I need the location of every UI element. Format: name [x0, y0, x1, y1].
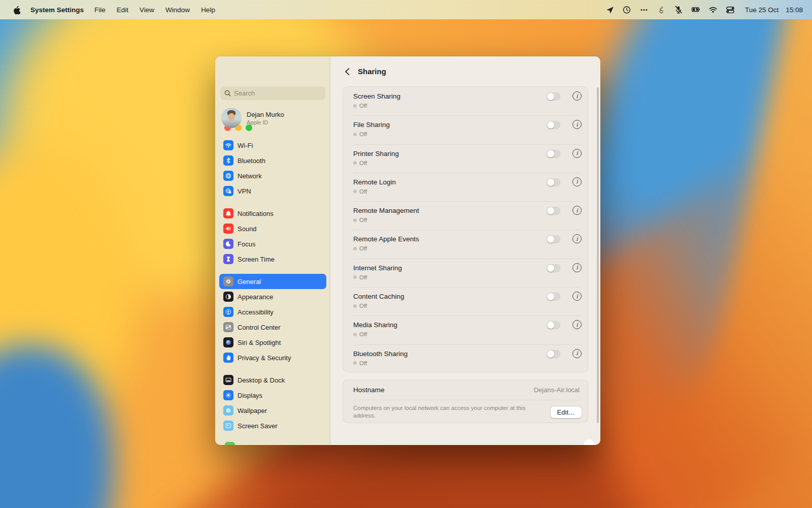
menu-view[interactable]: View	[134, 6, 160, 14]
wifi-status-icon[interactable]	[704, 4, 722, 16]
profile-row[interactable]: Dejan Murko Apple ID	[221, 108, 284, 128]
sidebar-item-siri-spotlight[interactable]: Siri & Spotlight	[219, 335, 326, 350]
menubar-app-name[interactable]: System Settings	[25, 6, 89, 14]
more-status-icon[interactable]	[635, 4, 653, 16]
service-label: Content Caching	[353, 293, 578, 300]
desktop-icon	[223, 375, 233, 385]
scrollbar[interactable]	[597, 87, 599, 423]
apple-menu-icon[interactable]	[7, 5, 25, 15]
sharing-row-media-sharing: Media SharingOffi	[343, 315, 588, 344]
siri-icon	[223, 337, 233, 347]
service-status: Off	[353, 160, 578, 166]
screensaver-icon	[223, 421, 233, 431]
sidebar-item-sound[interactable]: Sound	[219, 221, 326, 236]
speaker-icon	[223, 224, 233, 234]
status-text: Off	[359, 131, 367, 137]
info-button[interactable]: i	[572, 292, 582, 301]
info-button[interactable]: i	[572, 91, 582, 101]
menubar-date[interactable]: Tue 25 Oct	[745, 6, 779, 14]
service-toggle[interactable]	[547, 264, 560, 272]
sidebar-item-vpn[interactable]: VPN	[219, 183, 326, 199]
menu-file[interactable]: File	[89, 6, 111, 14]
battery-sidebar-icon-peek	[225, 442, 235, 445]
sidebar-nav: Wi-FiBluetoothNetworkVPNNotificationsSou…	[219, 138, 326, 440]
service-toggle[interactable]	[547, 150, 560, 158]
back-button[interactable]	[341, 65, 354, 78]
edit-hostname-button[interactable]: Edit…	[551, 406, 582, 418]
service-toggle[interactable]	[547, 121, 560, 129]
hand-icon	[223, 353, 233, 363]
sidebar-group: Desktop & DockDisplaysWallpaperScreen Sa…	[219, 372, 326, 433]
bluetooth-icon	[223, 155, 233, 166]
search-field[interactable]: Search	[220, 86, 325, 100]
info-button[interactable]: i	[572, 263, 582, 272]
info-button[interactable]: i	[572, 206, 582, 215]
sidebar-item-desktop-dock[interactable]: Desktop & Dock	[219, 372, 326, 388]
sidebar-item-appearance[interactable]: Appearance	[219, 289, 326, 304]
control-center-icon	[223, 322, 233, 332]
service-toggle[interactable]	[547, 350, 560, 358]
info-button[interactable]: i	[572, 149, 582, 158]
service-label: Bluetooth Sharing	[353, 350, 578, 358]
sidebar-item-label: Control Center	[238, 324, 281, 331]
sidebar-item-control-center[interactable]: Control Center	[219, 320, 326, 335]
sidebar-item-wallpaper[interactable]: Wallpaper	[219, 403, 326, 418]
control-center-icon[interactable]	[722, 4, 739, 16]
menubar-clock[interactable]: 15:08	[786, 6, 803, 14]
service-toggle[interactable]	[547, 321, 560, 329]
service-toggle[interactable]	[547, 235, 560, 243]
menu-help[interactable]: Help	[195, 6, 221, 14]
wifi-icon	[223, 140, 233, 150]
status-dot-icon	[353, 275, 357, 279]
sidebar-item-label: Wallpaper	[238, 407, 267, 415]
mic-muted-icon[interactable]	[670, 4, 687, 16]
status-text: Off	[359, 303, 367, 309]
hourglass-icon	[223, 254, 233, 264]
info-button[interactable]: i	[572, 349, 582, 358]
sharing-row-remote-login: Remote LoginOffi	[343, 173, 588, 201]
info-button[interactable]: i	[572, 320, 582, 329]
info-button[interactable]: i	[572, 234, 582, 243]
sidebar-item-network[interactable]: Network	[219, 168, 326, 183]
status-text: Off	[359, 274, 367, 280]
sharing-row-bluetooth-sharing: Bluetooth SharingOffi	[343, 344, 588, 372]
battery-charging-icon[interactable]	[687, 4, 704, 16]
sidebar-item-displays[interactable]: Displays	[219, 388, 326, 403]
toggle-knob	[547, 351, 554, 358]
sharing-row-printer-sharing: Printer SharingOffi	[343, 144, 588, 173]
system-settings-window: Search Dejan Murko Apple ID Wi-FiBluetoo…	[215, 56, 600, 445]
service-toggle[interactable]	[547, 293, 560, 301]
hostname-card: Hostname Dejans-Air.local Computers on y…	[343, 379, 588, 423]
sidebar-item-focus[interactable]: Focus	[219, 236, 326, 251]
sidebar-item-privacy-security[interactable]: Privacy & Security	[219, 350, 326, 365]
vpn-icon	[223, 186, 233, 196]
sidebar-item-bluetooth[interactable]: Bluetooth	[219, 153, 326, 168]
info-button[interactable]: i	[572, 177, 582, 186]
sidebar-item-accessibility[interactable]: Accessibility	[219, 304, 326, 320]
status-dot-icon	[353, 189, 357, 193]
sidebar-group: Wi-FiBluetoothNetworkVPN	[219, 138, 326, 199]
sidebar-item-wi-fi[interactable]: Wi-Fi	[219, 138, 326, 153]
sidebar-item-general[interactable]: General	[219, 274, 326, 289]
status-text: Off	[359, 331, 367, 337]
menu-window[interactable]: Window	[160, 6, 195, 14]
avatar	[221, 108, 242, 128]
status-dot-icon	[353, 333, 357, 336]
sidebar-item-label: Siri & Spotlight	[238, 339, 281, 346]
status-dot-icon	[353, 161, 357, 165]
location-icon[interactable]	[601, 4, 618, 16]
recents-clock-icon[interactable]	[618, 4, 635, 16]
service-label: Printer Sharing	[353, 150, 578, 157]
service-toggle[interactable]	[547, 92, 560, 101]
menu-edit[interactable]: Edit	[111, 6, 134, 14]
service-label: Remote Management	[353, 207, 578, 214]
service-toggle[interactable]	[547, 207, 560, 215]
service-toggle[interactable]	[547, 178, 560, 186]
sidebar-item-label: Network	[238, 172, 262, 180]
scroll-reverser-icon[interactable]	[653, 4, 670, 16]
sidebar-item-screen-time[interactable]: Screen Time	[219, 251, 326, 267]
sidebar-item-screen-saver[interactable]: Screen Saver	[219, 418, 326, 433]
sidebar-item-label: Screen Time	[238, 256, 275, 263]
sidebar-item-notifications[interactable]: Notifications	[219, 206, 326, 221]
info-button[interactable]: i	[572, 120, 582, 129]
